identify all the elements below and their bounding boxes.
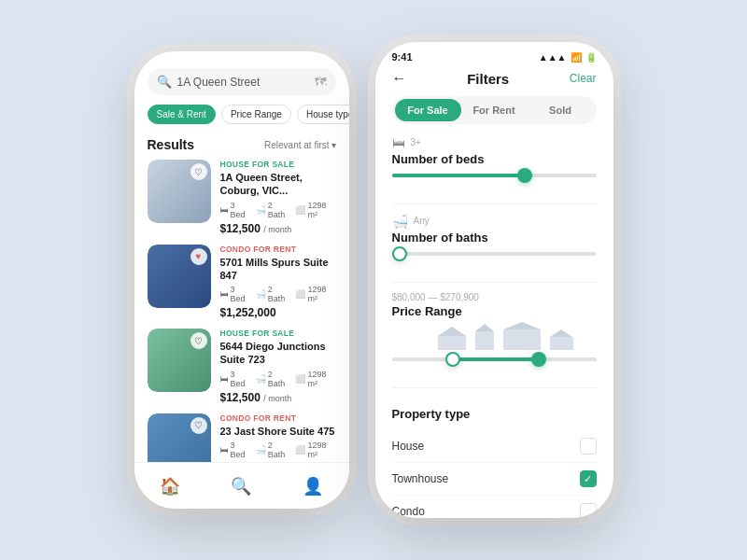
property-type-title: Property type bbox=[392, 407, 597, 421]
clear-button[interactable]: Clear bbox=[570, 72, 597, 85]
house-illustration bbox=[392, 322, 597, 350]
beds-section-title: Number of beds bbox=[392, 152, 597, 166]
listing-name: 5644 Diego Junctions Suite 723 bbox=[220, 340, 336, 367]
tab-sold[interactable]: Sold bbox=[528, 99, 594, 121]
area-info: ⬜ 1298 m² bbox=[295, 201, 335, 219]
results-header: Results Relevant at first ▾ bbox=[134, 133, 349, 160]
listings-list: ♡ HOUSE FOR SALE 1A Queen Street, Coburg… bbox=[134, 160, 349, 477]
listing-tag: HOUSE FOR SALE bbox=[220, 329, 336, 338]
filter-header: ← Filters Clear bbox=[375, 66, 613, 96]
baths-info: 🛁 2 Bath bbox=[256, 441, 290, 459]
listing-image: ♥ bbox=[148, 245, 211, 308]
price-filter-section: $80,000 — $270,900 Price Range bbox=[375, 292, 613, 384]
search-bar[interactable]: 🔍 1A Queen Street 🗺 bbox=[148, 68, 336, 95]
listing-price: $12,500 / month bbox=[220, 222, 336, 235]
nav-profile-icon[interactable]: 👤 bbox=[303, 476, 323, 497]
baths-icon: 🛁 bbox=[392, 214, 408, 229]
svg-marker-7 bbox=[550, 329, 572, 337]
listing-name: 1A Queen Street, Coburg, VIC... bbox=[220, 171, 336, 198]
listing-name: 23 Jast Shore Suite 475 bbox=[220, 425, 336, 438]
listing-item[interactable]: ♥ CONDO FOR RENT 5701 Mills Spurs Suite … bbox=[148, 245, 336, 320]
price-slider[interactable] bbox=[392, 357, 597, 361]
beds-icon: 🛏 bbox=[392, 135, 405, 150]
status-bar: 9:41 ▲▲▲ 📶 🔋 bbox=[375, 42, 613, 66]
baths-filter-section: 🛁 Any Number of baths bbox=[375, 214, 613, 278]
search-input[interactable]: 1A Queen Street bbox=[177, 76, 309, 89]
listing-image: ♡ bbox=[148, 329, 211, 392]
battery-icon: 🔋 bbox=[585, 52, 597, 63]
status-time: 9:41 bbox=[392, 51, 413, 63]
listing-details: HOUSE FOR SALE 1A Queen Street, Coburg, … bbox=[220, 160, 336, 235]
sort-dropdown[interactable]: Relevant at first ▾ bbox=[264, 140, 335, 150]
svg-rect-4 bbox=[503, 329, 541, 350]
listing-item[interactable]: ♡ HOUSE FOR SALE 1A Queen Street, Coburg… bbox=[148, 160, 336, 235]
property-option-condo[interactable]: Condo bbox=[392, 496, 597, 518]
beds-info: 🛏 3 Bed bbox=[220, 285, 250, 303]
listing-item[interactable]: ♡ HOUSE FOR SALE 5644 Diego Junctions Su… bbox=[148, 329, 336, 404]
area-info: ⬜ 1298 m² bbox=[295, 441, 335, 459]
favorite-button[interactable]: ♡ bbox=[190, 332, 207, 349]
tab-for-sale[interactable]: For Sale bbox=[395, 99, 461, 121]
listing-meta: 🛏 3 Bed 🛁 2 Bath ⬜ 1298 m² bbox=[220, 370, 336, 388]
right-phone: 9:41 ▲▲▲ 📶 🔋 ← Filters Clear For Sale Fo… bbox=[375, 42, 613, 518]
baths-info: 🛁 2 Bath bbox=[256, 201, 290, 219]
sale-rent-tabs: For Sale For Rent Sold bbox=[392, 96, 597, 124]
nav-search-icon[interactable]: 🔍 bbox=[231, 476, 251, 497]
property-house-label: House bbox=[392, 440, 425, 453]
listing-meta: 🛏 3 Bed 🛁 2 Bath ⬜ 1298 m² bbox=[220, 285, 336, 303]
section-divider bbox=[392, 203, 597, 204]
section-divider bbox=[392, 282, 597, 283]
property-type-section: Property type House Townhouse ✓ Condo bbox=[375, 398, 613, 518]
favorite-button[interactable]: ♥ bbox=[190, 248, 207, 265]
listing-image: ♡ bbox=[148, 160, 211, 223]
listing-tag: CONDO FOR RENT bbox=[220, 245, 336, 254]
bottom-nav: 🏠 🔍 👤 bbox=[134, 462, 349, 509]
area-info: ⬜ 1298 m² bbox=[295, 370, 335, 388]
wifi-icon: 📶 bbox=[571, 52, 582, 63]
filter-title: Filters bbox=[467, 71, 509, 87]
listing-meta: 🛏 3 Bed 🛁 2 Bath ⬜ 1298 m² bbox=[220, 201, 336, 219]
baths-section-title: Number of baths bbox=[392, 231, 597, 245]
svg-marker-5 bbox=[503, 322, 541, 329]
property-condo-label: Condo bbox=[392, 505, 425, 518]
listing-details: HOUSE FOR SALE 5644 Diego Junctions Suit… bbox=[220, 329, 336, 404]
listing-name: 5701 Mills Spurs Suite 847 bbox=[220, 256, 336, 283]
favorite-button[interactable]: ♡ bbox=[190, 163, 207, 180]
baths-info: 🛁 2 Bath bbox=[256, 285, 290, 303]
beds-info: 🛏 3 Bed bbox=[220, 441, 250, 459]
price-section-title: Price Range bbox=[392, 304, 597, 318]
beds-sub-label: 3+ bbox=[411, 137, 421, 147]
listing-price: $12,500 / month bbox=[220, 391, 336, 404]
property-condo-checkbox[interactable] bbox=[580, 503, 597, 518]
property-townhouse-checkbox[interactable]: ✓ bbox=[580, 470, 597, 487]
property-house-checkbox[interactable] bbox=[580, 438, 597, 455]
back-button[interactable]: ← bbox=[392, 70, 407, 87]
beds-slider[interactable] bbox=[392, 174, 597, 177]
property-option-house[interactable]: House bbox=[392, 430, 597, 463]
baths-slider[interactable] bbox=[392, 252, 597, 256]
property-option-townhouse[interactable]: Townhouse ✓ bbox=[392, 463, 597, 496]
signal-icon: ▲▲▲ bbox=[539, 52, 567, 63]
beds-filter-section: 🛏 3+ Number of beds bbox=[375, 135, 613, 200]
favorite-button[interactable]: ♡ bbox=[190, 417, 207, 434]
filter-house-type[interactable]: House type bbox=[297, 105, 349, 124]
listing-price: $1,252,000 bbox=[220, 306, 336, 319]
map-icon[interactable]: 🗺 bbox=[315, 75, 327, 89]
listing-meta: 🛏 3 Bed 🛁 2 Bath ⬜ 1298 m² bbox=[220, 441, 336, 459]
filter-sale-rent[interactable]: Sale & Rent bbox=[148, 105, 216, 124]
area-info: ⬜ 1298 m² bbox=[295, 285, 335, 303]
nav-home-icon[interactable]: 🏠 bbox=[160, 476, 180, 497]
beds-info: 🛏 3 Bed bbox=[220, 370, 250, 388]
search-icon: 🔍 bbox=[157, 75, 172, 89]
listing-tag: CONDO FOR RENT bbox=[220, 413, 336, 423]
svg-marker-3 bbox=[475, 324, 494, 331]
filter-price-range[interactable]: Price Range bbox=[221, 105, 291, 124]
svg-rect-6 bbox=[550, 337, 573, 350]
svg-rect-0 bbox=[438, 336, 466, 350]
filter-row: Sale & Rent Price Range House type More bbox=[134, 105, 349, 133]
beds-info: 🛏 3 Bed bbox=[220, 201, 250, 219]
tab-for-rent[interactable]: For Rent bbox=[461, 99, 528, 121]
svg-rect-2 bbox=[475, 331, 494, 350]
results-title: Results bbox=[148, 137, 195, 152]
svg-marker-1 bbox=[438, 327, 466, 336]
